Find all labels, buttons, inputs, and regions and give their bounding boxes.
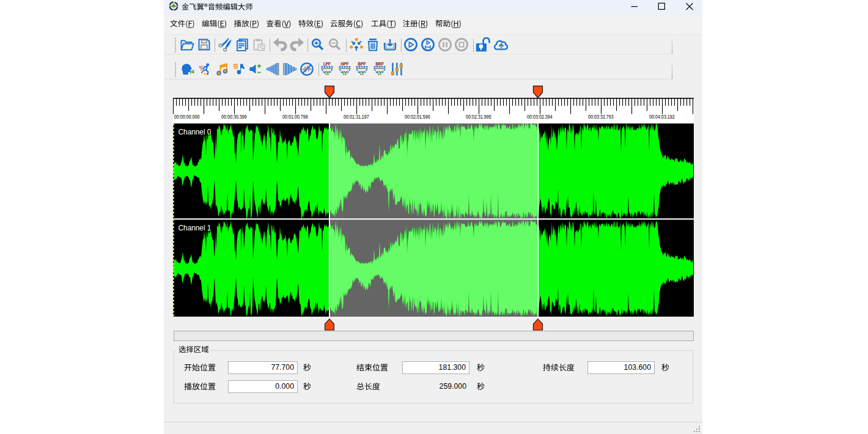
svg-text:LPF: LPF bbox=[323, 62, 331, 66]
svg-text:HPF: HPF bbox=[340, 62, 348, 66]
svg-text:BRF: BRF bbox=[375, 62, 383, 66]
svg-text:00:02:01.596: 00:02:01.596 bbox=[405, 114, 430, 120]
svg-text:00:03:32.793: 00:03:32.793 bbox=[588, 114, 614, 120]
svg-text:00:00:30.399: 00:00:30.399 bbox=[221, 114, 247, 120]
svg-text:00:04:03.192: 00:04:03.192 bbox=[649, 114, 675, 120]
svg-text:BPF: BPF bbox=[358, 62, 366, 66]
svg-text:00:03:02.394: 00:03:02.394 bbox=[527, 114, 553, 120]
svg-text:00:02:31.995: 00:02:31.995 bbox=[466, 114, 491, 120]
svg-text:00:00:00.000: 00:00:00.000 bbox=[174, 114, 200, 120]
svg-text:00:01:31.197: 00:01:31.197 bbox=[344, 114, 369, 120]
svg-text:00:01:00.798: 00:01:00.798 bbox=[282, 114, 308, 120]
